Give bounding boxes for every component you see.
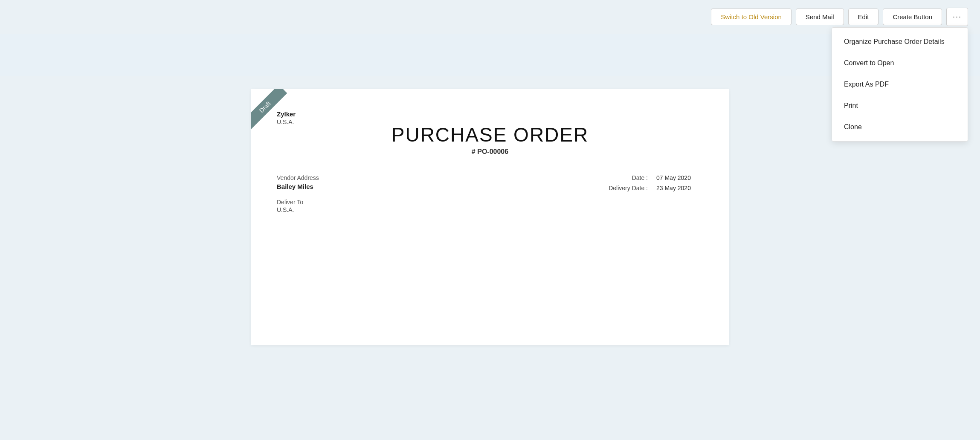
dropdown-item-export-pdf[interactable]: Export As PDF [832,74,968,95]
document-paper: Zylker U.S.A. PURCHASE ORDER # PO-00006 … [251,89,729,345]
company-name: Zylker [277,110,296,118]
dropdown-item-clone[interactable]: Clone [832,116,968,138]
dropdown-item-convert[interactable]: Convert to Open [832,52,968,74]
date-section: Date : 07 May 2020 Delivery Date : 23 Ma… [558,174,703,191]
delivery-date-row: Delivery Date : 23 May 2020 [558,185,703,191]
section-divider [277,227,703,227]
company-info: Zylker U.S.A. [277,110,296,125]
dropdown-menu: Organize Purchase Order Details Convert … [832,27,968,142]
more-options-button[interactable]: ··· [946,8,968,26]
vendor-address-label: Vendor Address [277,174,558,181]
dropdown-item-organize[interactable]: Organize Purchase Order Details [832,31,968,52]
dropdown-item-print[interactable]: Print [832,95,968,116]
po-title-area: PURCHASE ORDER # PO-00006 [277,123,703,156]
vendor-name: Bailey Miles [277,183,558,190]
delivery-date-value: 23 May 2020 [656,185,703,191]
deliver-to-label: Deliver To [277,199,558,206]
date-label: Date : [597,174,648,181]
address-left: Vendor Address Bailey Miles Deliver To U… [277,174,558,213]
company-country: U.S.A. [277,119,296,125]
create-button-button[interactable]: Create Button [883,9,942,25]
po-number: # PO-00006 [277,148,703,156]
send-mail-button[interactable]: Send Mail [796,9,844,25]
address-section: Vendor Address Bailey Miles Deliver To U… [277,174,703,213]
date-row: Date : 07 May 2020 [558,174,703,181]
po-title: PURCHASE ORDER [277,123,703,146]
edit-button[interactable]: Edit [848,9,879,25]
deliver-to-value: U.S.A. [277,206,558,213]
date-value: 07 May 2020 [656,174,703,181]
delivery-date-label: Delivery Date : [597,185,648,191]
switch-old-version-button[interactable]: Switch to Old Version [711,9,792,25]
